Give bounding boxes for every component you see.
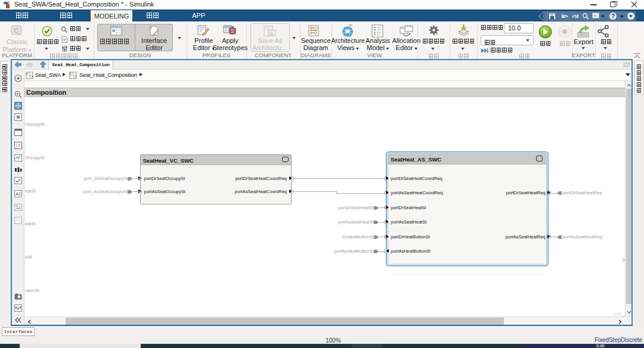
svg-text:?: ? — [611, 13, 615, 20]
svg-text:↹: ↹ — [270, 32, 273, 36]
svg-text:»: » — [594, 14, 596, 18]
svg-text:A: A — [16, 191, 19, 197]
